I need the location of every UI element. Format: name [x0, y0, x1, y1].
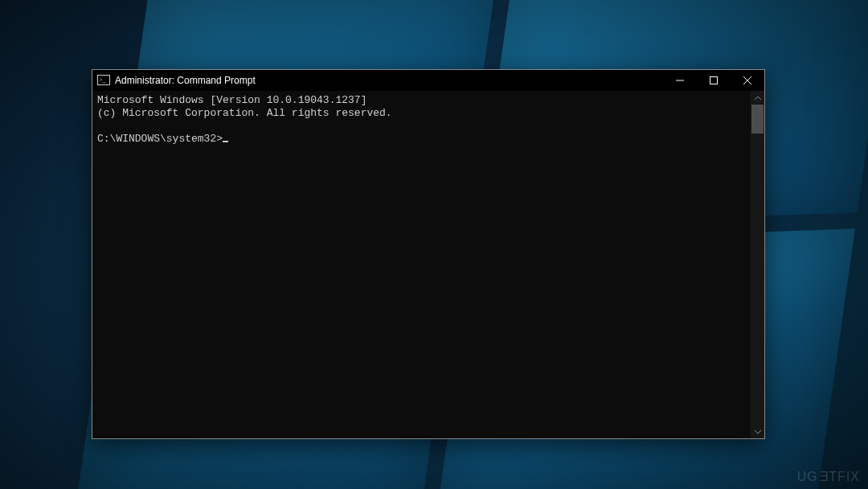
watermark-text: TFIX: [829, 470, 860, 484]
svg-rect-3: [710, 77, 718, 84]
titlebar[interactable]: >_ Administrator: Command Prompt: [92, 70, 764, 91]
scroll-down-button[interactable]: [751, 425, 764, 438]
maximize-button[interactable]: [697, 70, 731, 91]
close-button[interactable]: [731, 70, 764, 91]
terminal-line: Microsoft Windows [Version 10.0.19043.12…: [97, 94, 366, 106]
watermark-text: UG: [797, 470, 818, 484]
terminal-output[interactable]: Microsoft Windows [Version 10.0.19043.12…: [92, 91, 751, 438]
ugetfix-watermark: UGETFIX: [797, 470, 860, 484]
scrollbar-thumb[interactable]: [751, 105, 764, 134]
watermark-text: E: [819, 470, 829, 484]
svg-text:>_: >_: [99, 76, 107, 84]
command-prompt-window: >_ Administrator: Command Prompt Microso…: [92, 69, 765, 439]
cmd-prompt-icon: >_: [97, 74, 110, 87]
window-client-area: Microsoft Windows [Version 10.0.19043.12…: [92, 91, 764, 438]
minimize-button[interactable]: [663, 70, 697, 91]
text-cursor: [223, 141, 228, 142]
window-title: Administrator: Command Prompt: [115, 75, 256, 86]
terminal-line: (c) Microsoft Corporation. All rights re…: [97, 107, 392, 119]
scrollbar-track[interactable]: [751, 134, 764, 425]
scroll-up-button[interactable]: [751, 91, 764, 105]
vertical-scrollbar[interactable]: [751, 91, 764, 438]
terminal-prompt: C:\WINDOWS\system32>: [97, 133, 223, 145]
